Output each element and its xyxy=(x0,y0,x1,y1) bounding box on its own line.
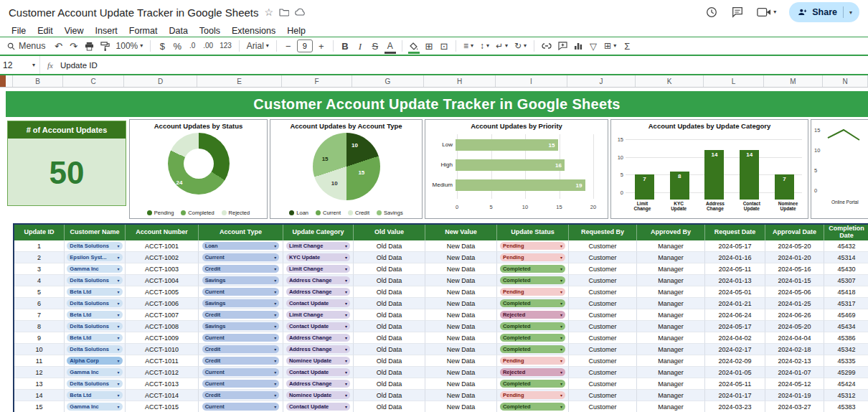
dropdown-chip[interactable]: Nominee Update▾ xyxy=(286,391,350,399)
chart-category-card[interactable]: Account Updates by Update Category 05101… xyxy=(610,119,808,219)
document-title[interactable]: Customer Account Update Tracker in Googl… xyxy=(9,6,259,19)
dropdown-chip[interactable]: Completed▾ xyxy=(500,299,565,307)
cell[interactable]: Manager xyxy=(637,275,705,286)
cell[interactable]: 45335 xyxy=(824,355,868,367)
insert-comment-icon[interactable] xyxy=(556,39,570,53)
cell[interactable]: Delta Solutions▾ xyxy=(65,378,126,390)
functions-icon[interactable]: Σ xyxy=(621,39,633,53)
cell[interactable]: Customer xyxy=(569,378,637,390)
column-header-N[interactable]: N xyxy=(823,75,868,87)
cell[interactable]: Manager xyxy=(637,390,705,401)
dropdown-chip[interactable]: Address Change▾ xyxy=(286,380,350,388)
cell[interactable]: 8 xyxy=(14,321,65,332)
dropdown-chip[interactable]: Limit Change▾ xyxy=(286,242,350,250)
cell[interactable]: 45424 xyxy=(824,378,868,390)
cell[interactable]: Old Data xyxy=(354,286,425,298)
cell[interactable]: Completed▾ xyxy=(497,275,569,286)
table-header-cell[interactable]: Requested By xyxy=(569,225,637,240)
formula-input[interactable]: Update ID xyxy=(60,61,98,70)
dropdown-chip[interactable]: Delta Solutions▾ xyxy=(67,345,122,353)
cell[interactable]: Address Change▾ xyxy=(283,332,354,344)
cell[interactable]: 3 xyxy=(14,263,65,275)
cell[interactable]: Limit Change▾ xyxy=(283,263,354,275)
cell[interactable]: 9 xyxy=(14,332,65,344)
version-history-icon[interactable] xyxy=(705,6,718,19)
cell[interactable]: Completed▾ xyxy=(497,332,569,344)
table-header-cell[interactable]: Account Type xyxy=(199,225,283,240)
cell[interactable]: Old Data xyxy=(354,401,425,412)
dropdown-chip[interactable]: Current▾ xyxy=(202,368,280,376)
dropdown-chip[interactable]: Pending▾ xyxy=(500,391,565,399)
cell[interactable]: New Data xyxy=(425,344,497,355)
cell[interactable]: Address Change▾ xyxy=(283,344,354,355)
dropdown-chip[interactable]: Loan▾ xyxy=(202,242,280,250)
column-header-H[interactable]: H xyxy=(424,75,496,87)
cell[interactable]: ACCT-1014 xyxy=(126,390,199,401)
dropdown-chip[interactable]: Delta Solutions▾ xyxy=(67,276,122,284)
paint-format-icon[interactable] xyxy=(98,39,112,53)
cell[interactable]: New Data xyxy=(425,240,497,252)
dropdown-chip[interactable]: Rejected▾ xyxy=(500,311,565,319)
table-header-cell[interactable]: Approved By xyxy=(637,225,705,240)
cell[interactable]: Limit Change▾ xyxy=(283,309,354,321)
cell[interactable]: 2024-02-09 xyxy=(705,355,765,367)
cell[interactable]: 45469 xyxy=(824,309,868,321)
cell[interactable]: 45314 xyxy=(824,252,868,263)
cell[interactable]: 2024-05-20 xyxy=(765,321,824,332)
table-header-cell[interactable]: Old Value xyxy=(354,225,425,240)
cell[interactable]: 45342 xyxy=(824,344,868,355)
cell[interactable]: 2024-05-20 xyxy=(765,240,824,252)
cell[interactable]: ACCT-1004 xyxy=(126,275,199,286)
cell[interactable]: Rejected▾ xyxy=(497,367,569,378)
cell[interactable]: ACCT-1015 xyxy=(126,401,199,412)
dropdown-chip[interactable]: Delta Solutions▾ xyxy=(67,299,122,307)
cell[interactable]: Beta Ltd▾ xyxy=(65,332,126,344)
cell[interactable]: New Data xyxy=(425,378,497,390)
cell[interactable]: Customer xyxy=(569,240,637,252)
cell[interactable]: ACCT-1003 xyxy=(126,263,199,275)
cell[interactable]: Old Data xyxy=(354,298,425,309)
dropdown-chip[interactable]: Beta Ltd▾ xyxy=(67,334,122,342)
dropdown-chip[interactable]: Gamma Inc▾ xyxy=(67,403,122,411)
cell[interactable]: Customer xyxy=(569,298,637,309)
cell[interactable]: Completed▾ xyxy=(497,321,569,332)
cell[interactable]: Rejected▾ xyxy=(497,309,569,321)
font-size-input[interactable]: 9 xyxy=(297,39,313,52)
cell[interactable]: Contact Update▾ xyxy=(283,401,354,412)
cell[interactable]: Delta Solutions▾ xyxy=(65,298,126,309)
cell[interactable]: Pending▾ xyxy=(497,390,569,401)
dropdown-chip[interactable]: Address Change▾ xyxy=(286,276,350,284)
table-header-cell[interactable]: Approval Date xyxy=(765,225,824,240)
dropdown-chip[interactable]: Completed▾ xyxy=(500,403,565,411)
cell[interactable]: Customer xyxy=(569,332,637,344)
format-percent-icon[interactable]: % xyxy=(171,39,184,53)
meet-video-icon[interactable]: ▾ xyxy=(757,7,776,17)
column-header-B[interactable]: B xyxy=(13,75,63,87)
cell[interactable]: 2024-01-19 xyxy=(765,390,824,401)
menu-format[interactable]: Format xyxy=(123,26,164,36)
redo-icon[interactable]: ↷ xyxy=(67,39,80,53)
cell[interactable]: Savings▾ xyxy=(199,275,283,286)
cell[interactable]: Old Data xyxy=(354,321,425,332)
cell[interactable]: New Data xyxy=(425,321,497,332)
cell[interactable]: 45432 xyxy=(824,240,868,252)
merge-cells-icon[interactable]: ⊡ xyxy=(438,39,450,53)
dropdown-chip[interactable]: Current▾ xyxy=(202,334,280,342)
column-header-C[interactable]: C xyxy=(63,75,124,87)
name-box-caret[interactable]: ▾ xyxy=(32,62,35,68)
kpi-card[interactable]: # of Account Updates 50 xyxy=(7,121,126,206)
text-wrap-icon[interactable]: ↵▾ xyxy=(494,39,510,53)
column-header-F[interactable]: F xyxy=(282,75,352,87)
increase-font-size-icon[interactable]: + xyxy=(315,39,328,53)
cell[interactable]: 2024-02-18 xyxy=(765,344,824,355)
cell[interactable]: New Data xyxy=(425,401,497,412)
star-icon[interactable]: ☆ xyxy=(265,7,274,17)
cell[interactable]: Epsilon Syst...▾ xyxy=(65,252,126,263)
cell[interactable]: Savings▾ xyxy=(199,298,283,309)
dropdown-chip[interactable]: Address Change▾ xyxy=(286,334,350,342)
cell[interactable]: Manager xyxy=(637,286,705,298)
move-folder-icon[interactable] xyxy=(279,8,289,17)
cell[interactable]: 2024-05-06 xyxy=(765,286,824,298)
dropdown-chip[interactable]: Credit▾ xyxy=(202,357,280,365)
cell[interactable]: Address Change▾ xyxy=(283,286,354,298)
